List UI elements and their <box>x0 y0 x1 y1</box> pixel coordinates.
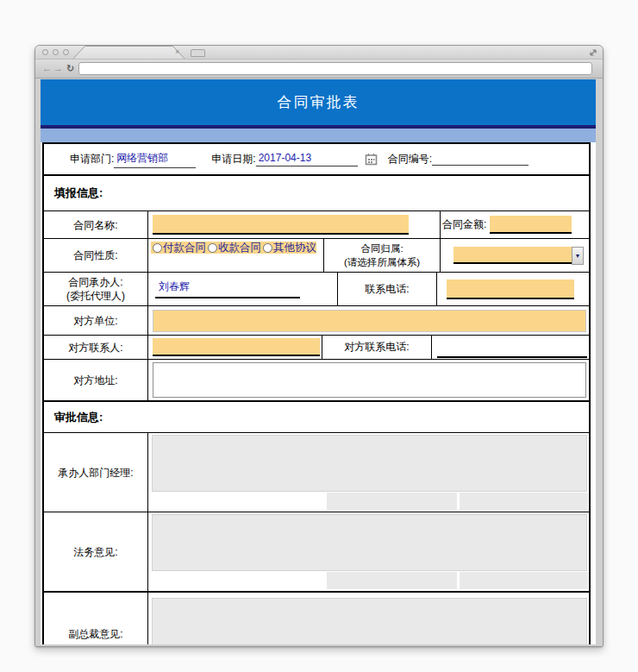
page-header: 合同审批表 <box>41 79 596 125</box>
party-contact-row: 对方联系人: 对方联系电话: <box>44 336 589 360</box>
legal-date-field[interactable] <box>460 572 588 589</box>
apply-dept-value[interactable]: 网络营销部 <box>114 151 196 168</box>
contract-name-input[interactable] <box>153 215 409 235</box>
radio-receive-contract[interactable] <box>208 243 217 253</box>
contract-amount-label: 合同金额: <box>442 217 486 232</box>
party-unit-label: 对方单位: <box>44 306 148 335</box>
dropdown-arrow-icon[interactable]: ▼ <box>572 247 584 265</box>
phone-label-cell: 联系电话: <box>338 273 437 305</box>
section-approve-info: 审批信息: <box>44 402 589 433</box>
dept-manager-row: 承办人部门经理: <box>44 433 589 512</box>
party-unit-row: 对方单位: <box>44 306 589 336</box>
handler-label-cell: 合同承办人: (委托代理人) <box>44 273 148 305</box>
refresh-icon[interactable]: ↻ <box>66 62 74 74</box>
legal-comment-area[interactable] <box>152 514 587 571</box>
apply-info-row: 申请部门: 网络营销部 申请日期: 2017-04-13 合同编号: <box>44 144 589 176</box>
apply-dept-label: 申请部门: <box>70 152 114 166</box>
new-tab-button[interactable] <box>191 49 205 57</box>
party-phone-cell <box>432 336 589 359</box>
legal-opinion-label: 法务意见: <box>44 512 148 591</box>
party-phone-label: 对方联系电话: <box>344 340 409 355</box>
phone-input-cell <box>437 273 589 305</box>
contract-belong-cell: 合同归属: (请选择所属体系) <box>324 239 441 272</box>
handler-value[interactable]: 刘春辉 <box>155 279 300 298</box>
contract-belong-label: 合同归属: <box>360 242 403 255</box>
phone-input[interactable] <box>447 279 574 299</box>
contract-nature-options-cell: 付款合同收款合同其他协议 <box>148 239 324 272</box>
vp-comment-area[interactable] <box>152 598 587 644</box>
forward-icon[interactable]: → <box>53 62 63 74</box>
party-unit-input[interactable] <box>153 310 586 332</box>
window-resize-icon[interactable] <box>588 47 598 58</box>
party-contact-input[interactable] <box>153 338 320 356</box>
handler-sub-label: (委托代理人) <box>66 289 125 303</box>
header-subband <box>41 129 596 142</box>
apply-date-label: 申请日期: <box>211 152 255 166</box>
handler-label: 合同承办人: <box>68 275 122 289</box>
section-fill-info-label: 填报信息: <box>54 185 103 201</box>
vp-opinion-cell <box>148 593 589 644</box>
contract-nature-row: 合同性质: 付款合同收款合同其他协议 合同归属: (请选择所属体系) ▼ <box>44 239 589 273</box>
browser-window: × ← → ↻ 合同审批表 申请部门: 网络营销部 申请日期: <box>34 45 604 647</box>
browser-content: 合同审批表 申请部门: 网络营销部 申请日期: 2017-04-13 <box>35 79 603 646</box>
legal-opinion-cell <box>148 512 589 591</box>
browser-toolbar: ← → ↻ <box>35 60 603 79</box>
radio-other-agreement[interactable] <box>263 243 272 253</box>
contract-amount-input[interactable] <box>490 216 572 234</box>
page-title: 合同审批表 <box>278 92 360 112</box>
zoom-window-icon[interactable] <box>63 49 69 55</box>
radio-pay-contract-label: 付款合同 <box>163 242 206 254</box>
handler-value-cell: 刘春辉 <box>148 273 338 305</box>
contract-approval-page: 合同审批表 申请部门: 网络营销部 申请日期: 2017-04-13 <box>41 79 596 644</box>
browser-tab[interactable] <box>72 46 188 59</box>
tab-close-icon[interactable]: × <box>175 48 179 56</box>
browser-titlebar: × <box>35 46 603 60</box>
dept-manager-label: 承办人部门经理: <box>44 433 148 512</box>
contract-no-label: 合同编号: <box>388 152 432 166</box>
contract-no-value[interactable] <box>432 154 529 166</box>
party-address-textarea[interactable] <box>153 362 586 398</box>
contract-amount-cell: 合同金额: <box>441 211 589 238</box>
window-controls <box>42 49 69 55</box>
back-icon[interactable]: ← <box>42 62 52 74</box>
contract-form: 申请部门: 网络营销部 申请日期: 2017-04-13 合同编号: <box>42 142 591 644</box>
legal-opinion-row: 法务意见: <box>44 512 589 593</box>
contract-belong-select-cell: ▼ <box>441 239 589 272</box>
phone-label: 联系电话: <box>365 282 409 297</box>
party-contact-label: 对方联系人: <box>44 336 148 359</box>
legal-sign-field[interactable] <box>327 572 457 589</box>
party-address-row: 对方地址: <box>44 360 589 402</box>
vp-opinion-row: 副总裁意见: <box>44 593 589 644</box>
contract-belong-hint: (请选择所属体系) <box>344 255 420 269</box>
contract-belong-select[interactable] <box>453 247 572 264</box>
section-fill-info: 填报信息: <box>44 176 589 211</box>
radio-receive-contract-label: 收款合同 <box>218 242 261 254</box>
minimize-window-icon[interactable] <box>53 49 59 55</box>
contract-name-label: 合同名称: <box>44 211 148 238</box>
party-phone-input[interactable] <box>437 356 587 358</box>
radio-pay-contract[interactable] <box>153 243 162 253</box>
close-window-icon[interactable] <box>42 49 48 55</box>
apply-date-value[interactable]: 2017-04-13 <box>256 152 358 166</box>
radio-other-agreement-label: 其他协议 <box>273 242 316 254</box>
dept-manager-sign-field[interactable] <box>327 493 457 510</box>
dept-manager-date-field[interactable] <box>460 493 588 510</box>
party-address-cell <box>148 360 589 400</box>
calendar-icon[interactable] <box>365 153 378 166</box>
handler-row: 合同承办人: (委托代理人) 刘春辉 联系电话: <box>44 273 589 306</box>
section-approve-info-label: 审批信息: <box>54 410 103 425</box>
vp-opinion-label: 副总裁意见: <box>44 593 148 644</box>
contract-nature-label: 合同性质: <box>44 239 148 272</box>
url-input[interactable] <box>78 62 592 75</box>
dept-manager-comment-area[interactable] <box>152 435 587 492</box>
party-contact-cell <box>148 336 322 359</box>
contract-name-cell <box>148 211 441 238</box>
party-unit-cell <box>148 306 589 335</box>
party-address-label: 对方地址: <box>44 360 148 400</box>
party-phone-label-cell: 对方联系电话: <box>322 336 432 359</box>
dept-manager-cell <box>148 433 589 512</box>
contract-name-row: 合同名称: 合同金额: <box>44 211 589 239</box>
